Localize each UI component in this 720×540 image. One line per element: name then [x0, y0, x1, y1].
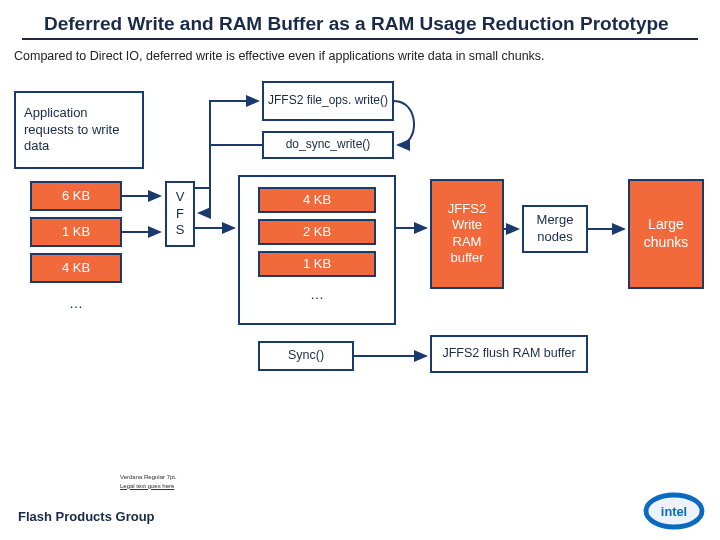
intel-logo: intel [642, 490, 706, 532]
box-application-requests: Application requests to write data [14, 91, 144, 169]
box-buffer-2: 1 KB [258, 251, 376, 277]
diagram-area: Application requests to write data 6 KB … [0, 73, 720, 433]
svg-text:intel: intel [661, 504, 687, 519]
box-buffer-0: 4 KB [258, 187, 376, 213]
slide-subtitle: Compared to Direct IO, deferred write is… [0, 48, 720, 73]
box-jffs2-flush-ram-buffer: JFFS2 flush RAM buffer [430, 335, 588, 373]
box-buffer-1: 2 KB [258, 219, 376, 245]
footer-group-name: Flash Products Group [18, 509, 155, 524]
box-size-1: 1 KB [30, 217, 122, 247]
box-jffs2-write-ram-buffer: JFFS2 Write RAM buffer [430, 179, 504, 289]
box-size-2: 4 KB [30, 253, 122, 283]
box-buffer-3: … [258, 283, 376, 307]
footer-legal-line-2: Legal text goes here [120, 482, 177, 490]
box-jffs2-fileops-write: JFFS2 file_ops. write() [262, 81, 394, 121]
box-large-chunks: Large chunks [628, 179, 704, 289]
box-vfs: V F S [165, 181, 195, 247]
footer-legal: Verdana Regular 7pt. Legal text goes her… [120, 473, 177, 490]
box-size-0: 6 KB [30, 181, 122, 211]
box-sync: Sync() [258, 341, 354, 371]
box-size-3: … [30, 289, 122, 319]
footer-legal-line-1: Verdana Regular 7pt. [120, 473, 177, 481]
slide-title: Deferred Write and RAM Buffer as a RAM U… [22, 0, 698, 40]
box-do-sync-write: do_sync_write() [262, 131, 394, 159]
box-merge-nodes: Merge nodes [522, 205, 588, 253]
